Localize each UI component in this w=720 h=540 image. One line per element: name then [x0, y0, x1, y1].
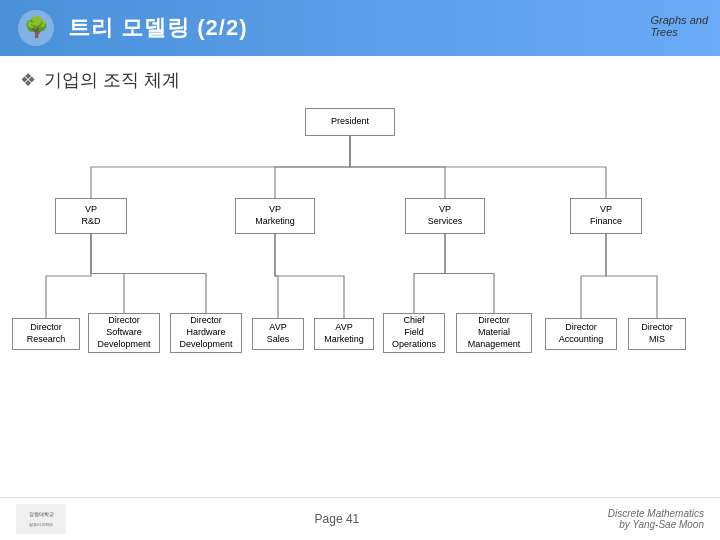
bullet-icon: ❖: [20, 69, 36, 91]
svg-text:컴퓨터과학부: 컴퓨터과학부: [29, 522, 53, 527]
tree-node-vp_mkt: VPMarketing: [235, 198, 315, 234]
tree-node-vp_svc: VPServices: [405, 198, 485, 234]
section-label: 기업의 조직 체계: [44, 68, 180, 92]
tree-svg: [0, 98, 720, 428]
header-title: 트리 모델링 (2/2): [68, 13, 247, 43]
tree-container: PresidentVPR&DVPMarketingVPServicesVPFin…: [0, 98, 720, 428]
page-number: Page 41: [315, 512, 360, 526]
tree-node-avp_sales: AVPSales: [252, 318, 304, 350]
header-bar: 🌳 트리 모델링 (2/2): [0, 0, 720, 56]
header-icon: 🌳: [16, 8, 56, 48]
svg-text:강원대학교: 강원대학교: [29, 511, 54, 517]
university-logo: 강원대학교 컴퓨터과학부: [16, 504, 66, 534]
tree-node-dir_acc: DirectorAccounting: [545, 318, 617, 350]
tree-node-vp_rd: VPR&D: [55, 198, 127, 234]
header-subtitle: Graphs and Trees: [651, 14, 708, 38]
tree-node-dir_res: DirectorResearch: [12, 318, 80, 350]
tree-node-president: President: [305, 108, 395, 136]
svg-text:🌳: 🌳: [24, 15, 49, 39]
tree-node-dir_mat: DirectorMaterialManagement: [456, 313, 532, 353]
tree-node-chief_fo: ChiefFieldOperations: [383, 313, 445, 353]
footer: 강원대학교 컴퓨터과학부 Page 41 Discrete Mathematic…: [0, 497, 720, 540]
tree-node-avp_mkt: AVPMarketing: [314, 318, 374, 350]
tree-node-dir_hw: DirectorHardwareDevelopment: [170, 313, 242, 353]
tree-node-vp_fin: VPFinance: [570, 198, 642, 234]
footer-credit: Discrete Mathematics by Yang-Sae Moon: [608, 508, 704, 530]
tree-node-dir_mis: DirectorMIS: [628, 318, 686, 350]
section-title: ❖ 기업의 조직 체계: [20, 68, 700, 92]
svg-rect-2: [16, 504, 66, 534]
tree-node-dir_sw: DirectorSoftwareDevelopment: [88, 313, 160, 353]
